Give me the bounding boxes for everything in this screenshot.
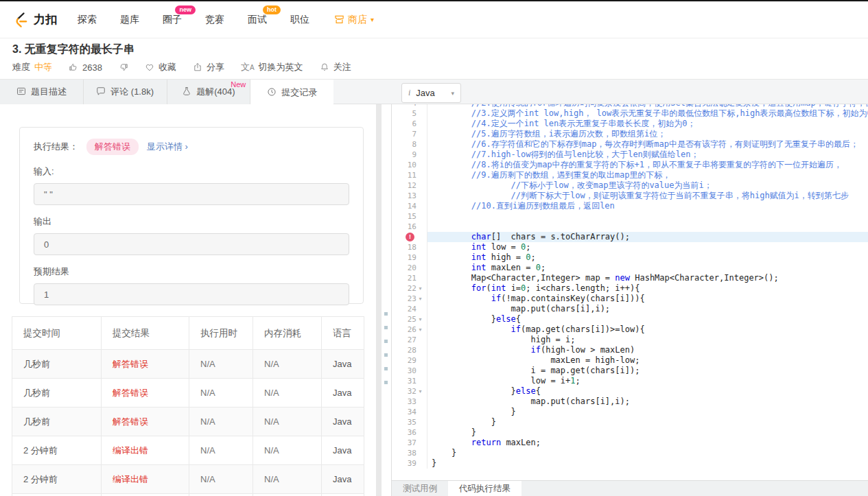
tab-testcase[interactable]: 测试用例: [392, 481, 448, 496]
translate-button[interactable]: 文A 切换为英文: [241, 61, 303, 73]
code-line[interactable]: 28 if(high-low > maxLen): [392, 345, 868, 355]
panel-resize-handle[interactable]: [384, 312, 388, 384]
code-line[interactable]: 36 }: [392, 427, 868, 438]
line-gutter: 39: [392, 458, 427, 469]
code-line[interactable]: 23▾ if(!map.containsKey(chars[i])){: [392, 294, 868, 304]
tab-submissions[interactable]: 提交记录: [250, 80, 333, 106]
tab-solutions[interactable]: 题解(404)New: [167, 80, 251, 104]
like-count: 2638: [82, 62, 102, 73]
code-line[interactable]: 10 //8.将i的值变为map中存的重复字符的下标+1，即从不重复子串将要重复…: [392, 160, 868, 170]
share-button[interactable]: 分享: [193, 61, 224, 73]
nav-item[interactable]: 探索: [78, 14, 97, 26]
fold-spacer: [417, 242, 424, 252]
bell-icon: [320, 62, 329, 72]
nav-item[interactable]: 题库: [120, 14, 139, 26]
code-line[interactable]: 38 }: [392, 448, 868, 458]
show-details-link[interactable]: 显示详情 ›: [147, 141, 188, 153]
follow-button[interactable]: 关注: [320, 61, 351, 73]
thumb-up-icon: [69, 62, 78, 72]
handle-dot: [384, 312, 388, 316]
problem-title: 3. 无重复字符的最长子串: [12, 43, 134, 57]
tab-comments[interactable]: 评论 (1.8k): [84, 80, 167, 104]
code-text: int low = 0;: [427, 242, 531, 252]
cell-time: 2 分钟前: [12, 465, 102, 494]
code-line[interactable]: 30 i = map.get(chars[i]);: [392, 366, 868, 376]
tab-run-result[interactable]: 代码执行结果: [448, 481, 521, 496]
code-line[interactable]: 26▾ if(map.get(chars[i])>=low){: [392, 324, 868, 335]
table-row[interactable]: 2 分钟前编译出错N/AN/AJava: [12, 436, 364, 465]
line-number: 15: [408, 211, 417, 222]
code-line[interactable]: 35 }: [392, 417, 868, 427]
code-line[interactable]: 16: [392, 222, 868, 232]
line-gutter: 14: [392, 201, 427, 211]
cell-res: 解答错误: [102, 408, 189, 436]
code-line[interactable]: 29 maxLen = high-low;: [392, 355, 868, 366]
nav-menu: 探索题库圈子new竞赛面试hot职位: [78, 14, 309, 26]
code-line[interactable]: 27 high = i;: [392, 335, 868, 345]
code-line[interactable]: 22▾ for(int i=0; i<chars.length; i++){: [392, 283, 868, 294]
code-text: //8.将i的值变为map中存的重复字符的下标+1，即从不重复子串将要重复的字符…: [427, 160, 842, 170]
cell-lang: Java: [322, 379, 364, 408]
nav-item-store[interactable]: 商店 ▾: [334, 14, 374, 26]
code-line[interactable]: 34 }: [392, 407, 868, 417]
fold-spacer: [417, 407, 424, 417]
nav-item[interactable]: 职位: [290, 14, 309, 26]
code-line[interactable]: 9 //7.high-low得到的值与len比较，大于len则赋值给len；: [392, 150, 868, 160]
fold-arrow-icon[interactable]: ▾: [417, 283, 424, 294]
nav-item[interactable]: 圈子new: [163, 14, 182, 26]
favorite-button[interactable]: 收藏: [145, 61, 176, 73]
table-row[interactable]: 2 分钟前编译出错N/AN/AJava: [12, 465, 364, 494]
language-selector[interactable]: i Java ▾: [401, 83, 461, 103]
line-number: 8: [412, 139, 417, 150]
fold-spacer: [417, 160, 424, 170]
code-line[interactable]: 39 }: [392, 458, 868, 469]
code-line[interactable]: 20 int maxLen = 0;: [392, 263, 868, 273]
code-text: for(int i=0; i<chars.length; i++){: [427, 283, 640, 294]
code-line[interactable]: ! char[] chars = s.toCharArray();: [392, 232, 868, 242]
nav-item[interactable]: 面试hot: [248, 14, 267, 26]
code-line[interactable]: 12 //下标小于low，改变map里该字符的value为当前i；: [392, 180, 868, 191]
code-line[interactable]: 37 return maxLen;: [392, 438, 868, 448]
nav-item[interactable]: 竞赛: [205, 14, 224, 26]
tab-description[interactable]: 题目描述: [0, 80, 84, 104]
code-line[interactable]: 5 //3.定义两个int low,high， low表示无重复子串的最低位数组…: [392, 108, 868, 119]
line-gutter: 32▾: [392, 386, 427, 397]
fold-arrow-icon[interactable]: ▾: [417, 386, 424, 397]
table-row[interactable]: 几秒前解答错误N/AN/AJava: [12, 350, 364, 379]
line-gutter: 24: [392, 304, 427, 314]
fold-spacer: [417, 139, 424, 150]
code-text: //6.存字符值和它的下标存到map，每次存时判断map中是否有该字符，有则证明…: [427, 139, 858, 150]
leetcode-logo[interactable]: 力扣: [12, 11, 57, 29]
code-line[interactable]: 15: [392, 211, 868, 222]
code-line[interactable]: 21 Map<Character,Integer> map = new Hash…: [392, 273, 868, 283]
code-text: }else{: [427, 386, 541, 397]
code-text: maxLen = high-low;: [427, 355, 640, 366]
dislike-button[interactable]: [119, 62, 128, 72]
line-gutter: 15: [392, 211, 427, 222]
code-line[interactable]: 6 //4.定义一个int len表示无重复子串最长长度，初始为0；: [392, 119, 868, 129]
code-line[interactable]: 14 //10.直到i遍历到数组最后，返回len: [392, 201, 868, 211]
code-line[interactable]: 8 //6.存字符值和它的下标存到map，每次存时判断map中是否有该字符，有则…: [392, 139, 868, 150]
left-panel-scrollbar[interactable]: [376, 104, 382, 496]
handle-dot: [384, 367, 388, 370]
code-line[interactable]: 31 low = i+1;: [392, 376, 868, 386]
fold-spacer: [417, 108, 424, 119]
code-line[interactable]: 19 int high = 0;: [392, 252, 868, 263]
code-line[interactable]: 33 map.put(chars[i],i);: [392, 397, 868, 407]
code-line[interactable]: 13 //判断下标大于low，则证明该重复字符位于当前不重复子串，将high赋值…: [392, 191, 868, 201]
code-line[interactable]: 24 map.put(chars[i],i);: [392, 304, 868, 314]
like-button[interactable]: 2638: [69, 62, 102, 73]
code-line[interactable]: 18 int low = 0;: [392, 242, 868, 252]
fold-arrow-icon[interactable]: ▾: [417, 294, 424, 304]
fold-arrow-icon[interactable]: ▾: [417, 314, 424, 324]
fold-arrow-icon[interactable]: ▾: [417, 324, 424, 335]
code-line[interactable]: 11 //9.遍历剩下的数组，遇到重复的取出map里的下标，: [392, 170, 868, 180]
code-line[interactable]: 7 //5.遍历字符数组，i表示遍历次数，即数组第i位；: [392, 129, 868, 139]
code-line[interactable]: 32▾ }else{: [392, 386, 868, 397]
code-editor[interactable]: 4 //2.使用传统的for循环遍历时间复杂度会很高，使用Set集合无法确定复杂…: [391, 104, 868, 480]
table-row[interactable]: 几秒前解答错误N/AN/AJava: [12, 379, 364, 408]
code-line[interactable]: 25▾ }else{: [392, 314, 868, 324]
table-row[interactable]: 几秒前解答错误N/AN/AJava: [12, 408, 364, 436]
line-number: 34: [408, 407, 417, 417]
line-gutter: 38: [392, 448, 427, 458]
